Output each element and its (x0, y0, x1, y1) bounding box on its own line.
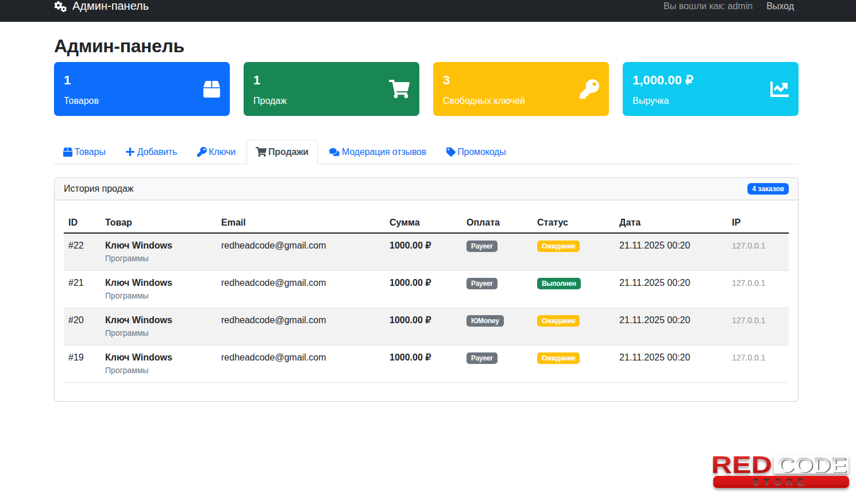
svg-text:CODE: CODE (777, 455, 847, 477)
svg-text:RED: RED (712, 455, 772, 478)
svg-text:STORE: STORE (753, 478, 808, 487)
